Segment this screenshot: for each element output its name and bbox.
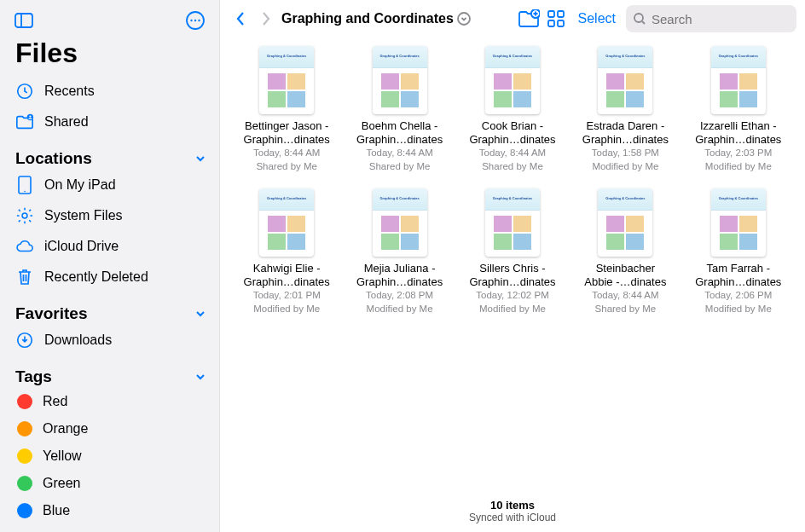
- tag-dot-icon: [17, 503, 32, 518]
- svg-point-11: [22, 213, 27, 218]
- sidebar-item-on-my-ipad[interactable]: On My iPad: [0, 170, 219, 200]
- svg-point-4: [194, 20, 196, 21]
- file-timestamp: Today, 2:08 PM: [366, 289, 433, 302]
- file-timestamp: Today, 8:44 AM: [479, 147, 546, 159]
- folder-title[interactable]: Graphing and Coordinates: [281, 11, 471, 26]
- section-header-favorites[interactable]: Favorites: [0, 292, 219, 325]
- sidebar-item-label: iCloud Drive: [44, 239, 119, 254]
- file-name: Steinbacher: [596, 262, 655, 275]
- app-title: Files: [0, 36, 219, 76]
- sidebar-item-label: Green: [43, 476, 80, 491]
- svg-rect-18: [548, 20, 554, 26]
- file-item[interactable]: Graphing & CoordinatesEstrada Daren -Gra…: [572, 46, 678, 173]
- shared-folder-icon: [15, 113, 34, 131]
- chevron-down-icon: [194, 152, 207, 165]
- file-name: Boehm Chella -: [362, 119, 438, 133]
- chevron-down-icon: [194, 370, 207, 384]
- file-timestamp: Today, 2:06 PM: [704, 289, 772, 302]
- file-item[interactable]: Graphing & CoordinatesBoehm Chella -Grap…: [346, 46, 452, 173]
- file-thumbnail: Graphing & Coordinates: [485, 188, 540, 257]
- sidebar-item-label: Orange: [43, 421, 88, 437]
- file-name: Graphin…dinates: [582, 133, 669, 147]
- file-item[interactable]: Graphing & CoordinatesSteinbacherAbbie -…: [572, 188, 678, 315]
- sidebar-tag-orange[interactable]: Orange: [0, 415, 219, 442]
- sidebar-item-label: Yellow: [43, 448, 82, 464]
- cloud-icon: [15, 237, 34, 256]
- sidebar-item-downloads[interactable]: Downloads: [0, 325, 219, 356]
- sidebar-item-shared[interactable]: Shared: [0, 107, 219, 137]
- forward-button[interactable]: [254, 7, 278, 31]
- file-status: Shared by Me: [369, 160, 431, 173]
- file-thumbnail: Graphing & Coordinates: [598, 46, 652, 114]
- tag-dot-icon: [17, 421, 32, 437]
- toolbar: Graphing and Coordinates Select: [220, 0, 805, 38]
- file-name: Cook Brian -: [482, 119, 543, 133]
- file-name: Tam Farrah -: [707, 262, 770, 275]
- tag-dot-icon: [17, 448, 32, 464]
- svg-point-8: [29, 115, 31, 117]
- file-name: Graphin…dinates: [469, 133, 555, 147]
- sidebar-tag-yellow[interactable]: Yellow: [0, 442, 219, 470]
- file-item[interactable]: Graphing & CoordinatesCook Brian -Graphi…: [460, 46, 565, 173]
- back-button[interactable]: [229, 7, 252, 31]
- new-folder-button[interactable]: [517, 7, 541, 31]
- sidebar-tag-red[interactable]: Red: [0, 388, 219, 415]
- file-item[interactable]: Graphing & CoordinatesIzzarelli Ethan -G…: [686, 46, 791, 173]
- search-field[interactable]: [626, 5, 796, 32]
- file-thumbnail: Graphing & Coordinates: [259, 46, 314, 114]
- select-button[interactable]: Select: [571, 11, 623, 26]
- svg-rect-16: [548, 11, 554, 17]
- chevron-down-icon: [457, 12, 471, 26]
- sidebar-item-system-files[interactable]: System Files: [0, 200, 219, 231]
- file-status: Shared by Me: [482, 160, 543, 173]
- file-name: Sillers Chris -: [479, 262, 545, 275]
- section-header-tags[interactable]: Tags: [0, 356, 219, 388]
- sidebar-item-label: Red: [43, 394, 67, 409]
- sidebar-item-recently-deleted[interactable]: Recently Deleted: [0, 262, 219, 292]
- ipad-icon: [15, 176, 34, 194]
- file-name: Kahwigi Elie -: [253, 262, 321, 275]
- file-status: Modified by Me: [367, 303, 433, 315]
- search-input[interactable]: [652, 12, 805, 26]
- gear-icon: [15, 206, 34, 225]
- sync-status: Synced with iCloud: [220, 512, 805, 523]
- sidebar-item-label: Shared: [44, 114, 89, 130]
- toggle-sidebar-icon[interactable]: [12, 9, 36, 32]
- file-status: Shared by Me: [595, 303, 657, 315]
- file-item[interactable]: Graphing & CoordinatesKahwigi Elie -Grap…: [234, 188, 339, 315]
- file-item[interactable]: Graphing & CoordinatesTam Farrah -Graphi…: [686, 188, 791, 315]
- file-item[interactable]: Graphing & CoordinatesBettinger Jason -G…: [234, 46, 339, 173]
- view-grid-button[interactable]: [544, 7, 568, 31]
- file-status: Modified by Me: [479, 303, 546, 315]
- file-thumbnail: Graphing & Coordinates: [373, 188, 427, 257]
- sidebar-tag-blue[interactable]: Blue: [0, 497, 219, 524]
- file-thumbnail: Graphing & Coordinates: [485, 46, 540, 114]
- svg-point-20: [634, 14, 643, 22]
- file-name: Graphin…dinates: [244, 275, 330, 289]
- svg-rect-17: [558, 11, 564, 17]
- sidebar-item-icloud-drive[interactable]: iCloud Drive: [0, 231, 219, 262]
- sidebar-tag-green[interactable]: Green: [0, 470, 219, 497]
- more-options-icon[interactable]: [183, 9, 207, 32]
- item-count: 10 items: [220, 499, 805, 512]
- file-name: Graphin…dinates: [469, 275, 555, 289]
- svg-rect-0: [15, 14, 32, 27]
- file-name: Graphin…dinates: [356, 275, 443, 289]
- file-name: Estrada Daren -: [587, 119, 665, 133]
- file-status: Modified by Me: [592, 160, 658, 173]
- sidebar-item-label: Blue: [43, 503, 70, 518]
- file-name: Bettinger Jason -: [245, 119, 328, 133]
- file-name: Abbie -…dinates: [584, 275, 666, 289]
- file-name: Graphin…dinates: [356, 133, 443, 147]
- trash-icon: [15, 268, 34, 286]
- file-item[interactable]: Graphing & CoordinatesMejia Juliana -Gra…: [346, 188, 452, 315]
- file-name: Izzarelli Ethan -: [700, 119, 777, 133]
- sidebar-item-recents[interactable]: Recents: [0, 76, 219, 107]
- section-header-locations[interactable]: Locations: [0, 137, 219, 170]
- svg-rect-19: [558, 20, 564, 26]
- sidebar-item-label: Recently Deleted: [44, 269, 148, 285]
- file-item[interactable]: Graphing & CoordinatesSillers Chris -Gra…: [460, 188, 565, 315]
- file-thumbnail: Graphing & Coordinates: [259, 188, 314, 257]
- file-status: Modified by Me: [253, 303, 320, 315]
- tag-dot-icon: [17, 476, 32, 491]
